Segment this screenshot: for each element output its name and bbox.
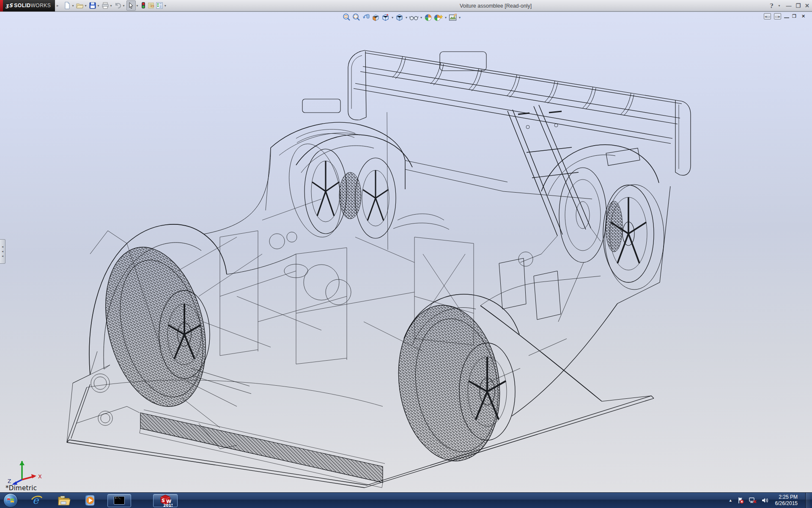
doc-close-button[interactable]: ✕ [801, 14, 808, 19]
checklist-icon [156, 2, 163, 9]
dropdown-arrow[interactable]: ▾ [72, 4, 74, 8]
network-error-icon[interactable] [749, 497, 757, 504]
doc-minimize-button[interactable] [784, 15, 789, 18]
view-settings-icon [433, 13, 443, 22]
standard-toolbar: ▾ ▾ ▾ ▾ ▾ ▾ ▾ [63, 0, 168, 11]
dropdown-arrow[interactable]: ▾ [459, 16, 461, 19]
eyeglasses-icon [409, 13, 419, 22]
zoom-to-fit-button[interactable] [342, 13, 351, 22]
media-player-icon [84, 494, 96, 507]
window-controls: ? ▾ — ❐ ✕ [770, 0, 809, 11]
view-orientation-icon [381, 13, 390, 22]
zoom-to-area-button[interactable] [351, 13, 361, 22]
hidden-icons-chevron[interactable]: ▲ [729, 498, 732, 502]
folder-icon [57, 494, 71, 506]
show-desktop-button[interactable] [805, 493, 810, 508]
taskbar-media-player[interactable] [83, 494, 97, 507]
dropdown-arrow[interactable]: ▾ [85, 4, 87, 8]
dropdown-arrow[interactable]: ▾ [406, 16, 407, 19]
section-view-button[interactable] [371, 13, 381, 22]
sw-badge: 2015 [163, 503, 173, 507]
appearance-frame-icon [448, 13, 457, 22]
scene-ball-icon [424, 13, 433, 22]
brand-solid: SOLID [14, 3, 30, 8]
edit-appearance-button[interactable] [448, 13, 458, 22]
view-orientation-button[interactable] [381, 13, 390, 22]
section-view-icon [371, 13, 380, 22]
help-dropdown-arrow[interactable]: ▾ [778, 4, 780, 8]
taskbar-command-prompt[interactable]: C:\_ [107, 494, 131, 507]
open-folder-icon [76, 2, 84, 9]
solidworks-2015-icon: S W 2015 [158, 494, 173, 507]
print-button[interactable] [101, 1, 110, 10]
brand-works: WORKS [31, 3, 51, 8]
taskbar-internet-explorer[interactable]: e [30, 494, 44, 507]
wireframe-car-model[interactable] [0, 0, 812, 508]
triad-z-label: Z [8, 478, 11, 484]
open-button[interactable] [76, 1, 84, 10]
doc-restore-button[interactable]: ❐ [792, 14, 798, 19]
internet-explorer-icon: e [30, 494, 43, 507]
select-cursor-icon [127, 2, 135, 9]
heads-up-view-toolbar: ▾ ▾ ▾ ▾ ▾ [342, 13, 462, 22]
dropdown-arrow[interactable]: ▾ [165, 4, 166, 8]
dropdown-arrow[interactable]: ▾ [445, 16, 447, 19]
collapse-arrow-icon: ◂ [2, 254, 3, 258]
dropdown-arrow[interactable]: ▾ [392, 16, 393, 19]
dropdown-arrow[interactable]: ▾ [98, 4, 99, 8]
document-window-controls: ◂▭ ▭▸ ❐ ✕ [764, 13, 808, 19]
logo-red-stripe [0, 0, 3, 11]
save-button[interactable] [88, 1, 97, 10]
taskbar-clock[interactable]: 2:25 PM 6/26/2015 [775, 494, 798, 507]
zoom-to-fit-icon [342, 13, 351, 22]
volume-icon[interactable] [761, 497, 769, 504]
dropdown-arrow[interactable]: ▾ [123, 4, 125, 8]
previous-view-button[interactable] [361, 13, 371, 22]
undo-button[interactable] [114, 1, 122, 10]
title-bar: ʒSSOLIDWORKS ▸ ▾ ▾ ▾ ▾ ▾ ▾ ▾ Voitu [0, 0, 812, 11]
traffic-light-icon [140, 2, 146, 9]
view-settings-button[interactable] [433, 13, 444, 22]
menu-flyout-arrow[interactable]: ▸ [57, 3, 59, 8]
command-prompt-icon: C:\_ [114, 496, 125, 505]
windows-flag-icon [6, 496, 15, 505]
undo-icon [114, 2, 122, 9]
reference-triad: X Z [6, 455, 42, 487]
display-style-button[interactable] [395, 13, 404, 22]
apply-scene-button[interactable] [423, 13, 433, 22]
logo-mark: ʒS [5, 3, 13, 8]
new-document-button[interactable] [63, 1, 71, 10]
taskbar-solidworks[interactable]: S W 2015 [153, 494, 178, 507]
select-tool-button[interactable] [126, 0, 136, 11]
close-button[interactable]: ✕ [805, 3, 809, 9]
system-tray: ▲ 2:25 PM 6/26/2015 [729, 493, 812, 508]
dropdown-arrow[interactable]: ▾ [137, 4, 138, 8]
triad-x-label: X [38, 473, 42, 480]
collapse-arrow-icon: ◂ [2, 250, 3, 253]
view-orientation-label: *Dimetric [5, 484, 37, 492]
document-title: Voiture assomblee [Read-only] [460, 0, 532, 11]
help-button[interactable]: ? [770, 3, 773, 9]
collapse-left-pane-button[interactable]: ◂▭ [764, 13, 771, 19]
previous-view-icon [362, 13, 370, 22]
sw-letter-s: S [162, 498, 165, 503]
hide-show-items-button[interactable] [409, 13, 419, 22]
dropdown-arrow[interactable]: ▾ [420, 16, 422, 19]
start-button[interactable] [3, 493, 18, 508]
logo-text: ʒSSOLIDWORKS [5, 3, 51, 8]
action-center-flag-icon[interactable] [737, 497, 744, 504]
printer-icon [102, 2, 109, 9]
rebuild-button[interactable] [140, 1, 147, 10]
feature-tree-collapsed-tab[interactable]: ◂ ◂ ◂ [0, 239, 5, 264]
save-floppy-icon [89, 2, 96, 9]
taskbar-file-explorer[interactable] [57, 494, 71, 507]
restore-button[interactable]: ❐ [796, 3, 801, 9]
clock-time: 2:25 PM [775, 494, 798, 500]
file-properties-button[interactable] [147, 1, 155, 10]
display-style-icon [395, 13, 404, 22]
options-button[interactable] [155, 1, 164, 10]
collapse-right-pane-button[interactable]: ▭▸ [774, 13, 781, 19]
new-document-icon [63, 2, 71, 9]
dropdown-arrow[interactable]: ▾ [110, 4, 112, 8]
minimize-button[interactable]: — [786, 3, 791, 9]
